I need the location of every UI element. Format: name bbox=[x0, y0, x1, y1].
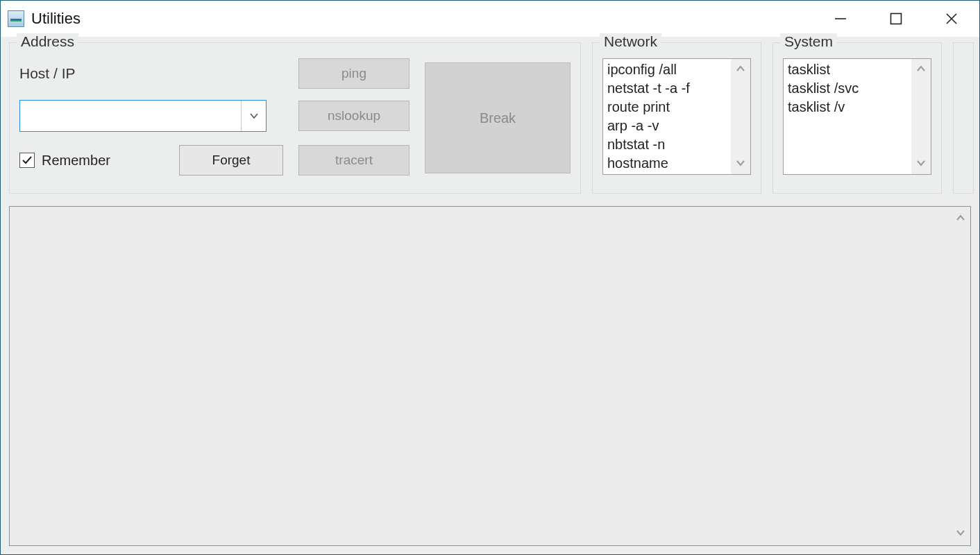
remember-checkbox-wrap[interactable]: Remember bbox=[19, 153, 110, 169]
system-group: System tasklist tasklist /svc tasklist /… bbox=[772, 42, 942, 194]
top-row: Address Host / IP ping Break nslookup bbox=[9, 42, 971, 194]
chevron-down-icon bbox=[249, 111, 259, 121]
remember-label: Remember bbox=[42, 153, 110, 169]
network-scrollbar[interactable] bbox=[731, 59, 750, 174]
system-scrollbar[interactable] bbox=[911, 59, 931, 174]
host-ip-label: Host / IP bbox=[19, 65, 283, 82]
scroll-down-icon[interactable] bbox=[736, 156, 745, 171]
list-item[interactable]: route print bbox=[607, 98, 727, 117]
system-legend: System bbox=[780, 33, 837, 50]
tracert-button[interactable]: tracert bbox=[298, 145, 409, 176]
minimize-icon bbox=[834, 12, 847, 25]
output-scrollbar[interactable] bbox=[951, 207, 970, 545]
scroll-down-icon[interactable] bbox=[916, 156, 926, 171]
list-item[interactable]: arp -a -v bbox=[607, 117, 727, 135]
list-item[interactable]: ipconfig /all bbox=[607, 60, 727, 79]
host-ip-dropdown-button[interactable] bbox=[241, 101, 266, 131]
network-items[interactable]: ipconfig /all netstat -t -a -f route pri… bbox=[603, 59, 731, 174]
window-title: Utilities bbox=[31, 10, 81, 28]
system-listbox[interactable]: tasklist tasklist /svc tasklist /v bbox=[783, 58, 931, 175]
network-group: Network ipconfig /all netstat -t -a -f r… bbox=[592, 42, 761, 194]
remember-checkbox[interactable] bbox=[19, 153, 35, 168]
output-textarea[interactable] bbox=[9, 206, 971, 546]
list-item[interactable]: netstat -t -a -f bbox=[607, 79, 727, 98]
list-item[interactable]: tasklist /svc bbox=[788, 79, 907, 98]
titlebar: Utilities bbox=[1, 1, 979, 37]
system-items[interactable]: tasklist tasklist /svc tasklist /v bbox=[784, 59, 911, 174]
list-item[interactable]: tasklist /v bbox=[788, 98, 907, 117]
network-listbox[interactable]: ipconfig /all netstat -t -a -f route pri… bbox=[602, 58, 751, 175]
checkmark-icon bbox=[22, 155, 33, 166]
scroll-down-icon[interactable] bbox=[956, 526, 965, 541]
address-group: Address Host / IP ping Break nslookup bbox=[9, 42, 581, 194]
host-ip-combobox[interactable] bbox=[19, 100, 267, 132]
extra-group bbox=[953, 42, 974, 194]
scroll-up-icon[interactable] bbox=[956, 211, 965, 226]
window: Utilities Address Host / IP ping Break bbox=[0, 0, 980, 555]
maximize-icon bbox=[890, 12, 902, 25]
scroll-up-icon[interactable] bbox=[736, 62, 745, 77]
network-legend: Network bbox=[600, 33, 661, 50]
scroll-up-icon[interactable] bbox=[916, 62, 926, 77]
list-item[interactable]: nbtstat -n bbox=[607, 135, 727, 154]
host-ip-input[interactable] bbox=[20, 101, 241, 131]
app-icon bbox=[8, 10, 24, 27]
nslookup-button[interactable]: nslookup bbox=[298, 101, 409, 131]
address-legend: Address bbox=[17, 33, 78, 50]
client-area: Address Host / IP ping Break nslookup bbox=[1, 37, 979, 554]
break-button[interactable]: Break bbox=[425, 62, 571, 173]
output-text bbox=[15, 211, 947, 541]
maximize-button[interactable] bbox=[868, 1, 924, 37]
close-icon bbox=[945, 12, 958, 25]
ping-button[interactable]: ping bbox=[298, 58, 409, 89]
svg-rect-1 bbox=[891, 14, 902, 24]
close-button[interactable] bbox=[924, 1, 979, 37]
list-item[interactable]: hostname bbox=[607, 154, 727, 173]
forget-button[interactable]: Forget bbox=[179, 145, 283, 176]
remember-row: Remember Forget bbox=[19, 145, 283, 176]
minimize-button[interactable] bbox=[813, 1, 868, 37]
list-item[interactable]: tasklist bbox=[788, 60, 907, 79]
